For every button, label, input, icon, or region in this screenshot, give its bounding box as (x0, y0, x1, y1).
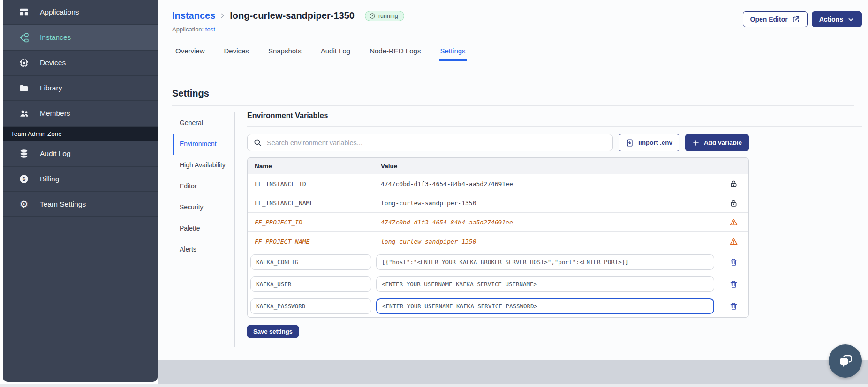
column-header-value: Value (374, 163, 718, 170)
table-row: FF_INSTANCE_ID 4747c0bd-d1f3-4654-84b4-a… (248, 174, 748, 194)
env-var-name: FF_INSTANCE_ID (248, 180, 374, 187)
sidebar-item-team-settings[interactable]: ⚙ Team Settings (3, 192, 158, 217)
application-label: Application: (172, 26, 204, 33)
sidebar-section-team-admin-zone: Team Admin Zone (3, 127, 158, 141)
env-var-value: long-curlew-sandpiper-1350 (374, 200, 718, 207)
devices-icon (18, 57, 30, 68)
main-content: Instances long-curlew-sandpiper-1350 run… (158, 0, 868, 360)
sidebar-item-billing[interactable]: $ Billing (3, 167, 158, 192)
settings-nav-high-availability[interactable]: High Availability (173, 155, 230, 176)
env-variables-table: Name Value FF_INSTANCE_ID 4747c0bd-d1f3-… (247, 157, 749, 318)
table-row (248, 273, 748, 295)
delete-variable-button[interactable] (728, 301, 739, 312)
settings-divider (172, 105, 854, 106)
env-var-name-input[interactable] (250, 276, 371, 292)
tab-audit-log[interactable]: Audit Log (320, 41, 351, 61)
delete-variable-button[interactable] (728, 279, 739, 290)
search-icon (253, 138, 262, 147)
open-editor-button[interactable]: Open Editor (743, 11, 808, 27)
members-icon (18, 108, 30, 119)
sidebar-item-label: Library (40, 84, 62, 92)
env-var-name-input[interactable] (250, 298, 371, 314)
audit-log-icon (18, 148, 30, 159)
trash-icon (729, 280, 738, 289)
tab-overview[interactable]: Overview (174, 41, 206, 61)
lock-icon (718, 199, 748, 208)
settings-nav-security[interactable]: Security (173, 197, 230, 218)
chevron-down-icon (847, 16, 854, 23)
breadcrumb: Instances long-curlew-sandpiper-1350 run… (172, 10, 404, 21)
library-folder-icon (18, 82, 30, 94)
svg-text:$: $ (23, 176, 26, 182)
chat-widget-button[interactable] (829, 344, 862, 378)
save-settings-button[interactable]: Save settings (247, 325, 299, 338)
settings-nav-editor[interactable]: Editor (173, 176, 230, 197)
env-var-name: FF_INSTANCE_NAME (248, 200, 374, 207)
save-settings-label: Save settings (253, 328, 293, 335)
actions-label: Actions (819, 15, 843, 23)
settings-nav-environment[interactable]: Environment (173, 134, 230, 155)
settings-nav-alerts[interactable]: Alerts (173, 239, 230, 260)
search-box (247, 134, 613, 151)
table-row: FF_INSTANCE_NAME long-curlew-sandpiper-1… (248, 194, 748, 213)
gear-icon: ⚙ (18, 199, 30, 210)
warning-triangle-icon (718, 237, 748, 246)
tab-settings[interactable]: Settings (439, 41, 466, 61)
trash-icon (729, 302, 738, 311)
sidebar-item-library[interactable]: Library (3, 76, 158, 101)
add-variable-button[interactable]: Add variable (685, 134, 749, 151)
table-row (248, 251, 748, 273)
sidebar-item-label: Team Settings (40, 200, 86, 208)
applications-icon (18, 7, 30, 18)
settings-nav-divider (234, 112, 235, 347)
column-header-name: Name (248, 163, 374, 170)
search-input[interactable] (267, 139, 607, 147)
trash-icon (729, 258, 738, 267)
actions-button[interactable]: Actions (812, 11, 862, 27)
settings-nav-palette[interactable]: Palette (173, 218, 230, 239)
settings-heading: Settings (172, 88, 209, 99)
tab-snapshots[interactable]: Snapshots (267, 41, 302, 61)
env-var-value: long-curlew-sandpiper-1350 (374, 238, 718, 245)
sidebar-item-label: Billing (40, 175, 59, 183)
breadcrumb-instances-link[interactable]: Instances (172, 10, 215, 21)
chat-bubbles-icon (837, 353, 854, 370)
chevron-right-icon (219, 12, 226, 19)
instances-icon (18, 32, 30, 43)
env-toolbar: Import .env Add variable (247, 134, 749, 151)
settings-nav-general[interactable]: General (173, 112, 230, 134)
bottom-strip (0, 384, 868, 387)
sidebar-item-audit-log[interactable]: Audit Log (3, 141, 158, 167)
add-variable-label: Add variable (704, 139, 742, 146)
sidebar-item-applications[interactable]: Applications (3, 0, 158, 25)
status-badge-label: running (378, 13, 398, 19)
sidebar-item-label: Audit Log (40, 149, 71, 158)
application-line: Application: test (172, 26, 215, 33)
env-var-name: FF_PROJECT_NAME (248, 238, 374, 245)
status-badge: running (365, 11, 404, 21)
env-var-value-input[interactable] (376, 276, 714, 292)
sidebar-item-instances[interactable]: Instances (3, 25, 158, 51)
sidebar-item-devices[interactable]: Devices (3, 51, 158, 76)
sidebar: Applications Instances De (3, 0, 158, 382)
env-var-name-input[interactable] (250, 254, 371, 270)
tab-devices[interactable]: Devices (223, 41, 250, 61)
application-link[interactable]: test (205, 26, 215, 33)
open-editor-label: Open Editor (750, 15, 788, 23)
plus-icon (692, 139, 700, 147)
table-header-row: Name Value (248, 158, 748, 174)
delete-variable-button[interactable] (728, 257, 739, 268)
sidebar-item-label: Devices (40, 59, 66, 67)
table-row: FF_PROJECT_ID 4747c0bd-d1f3-4654-84b4-aa… (248, 213, 748, 232)
sidebar-item-members[interactable]: Members (3, 101, 158, 127)
sidebar-item-label: Applications (40, 8, 79, 16)
env-var-name: FF_PROJECT_ID (248, 219, 374, 226)
sidebar-item-label: Members (40, 109, 70, 118)
warning-triangle-icon (718, 218, 748, 227)
env-var-value-input[interactable] (376, 254, 714, 270)
settings-nav: General Environment High Availability Ed… (173, 112, 230, 260)
header-actions: Open Editor Actions (743, 11, 862, 27)
tab-node-red-logs[interactable]: Node-RED Logs (369, 41, 422, 61)
env-var-value-input-focused[interactable] (376, 298, 714, 314)
import-env-button[interactable]: Import .env (619, 134, 679, 151)
